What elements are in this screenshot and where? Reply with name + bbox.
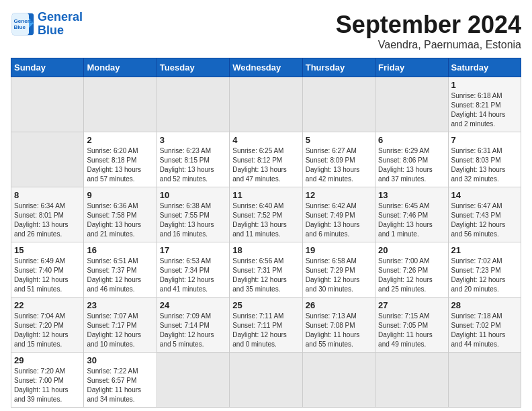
day-info: Sunrise: 6:47 AMSunset: 7:43 PMDaylight:… <box>451 201 518 239</box>
day-number: 10 <box>160 190 226 200</box>
calendar-week-row: 29Sunrise: 7:20 AMSunset: 7:00 PMDayligh… <box>11 353 521 408</box>
day-number: 11 <box>232 190 299 200</box>
calendar-cell <box>302 77 375 132</box>
day-info: Sunrise: 7:04 AMSunset: 7:20 PMDaylight:… <box>14 312 81 349</box>
calendar-cell <box>84 77 157 132</box>
day-info: Sunrise: 6:42 AMSunset: 7:49 PMDaylight:… <box>306 201 372 239</box>
day-info: Sunrise: 6:25 AMSunset: 8:12 PMDaylight:… <box>232 146 299 184</box>
calendar-cell: 30Sunrise: 7:22 AMSunset: 6:57 PMDayligh… <box>84 353 157 408</box>
day-info: Sunrise: 6:31 AMSunset: 8:03 PMDaylight:… <box>451 146 518 184</box>
calendar-cell: 21Sunrise: 7:02 AMSunset: 7:23 PMDayligh… <box>448 242 521 298</box>
calendar-cell: 23Sunrise: 7:07 AMSunset: 7:17 PMDayligh… <box>84 298 157 353</box>
calendar-cell <box>230 77 302 132</box>
calendar-cell: 28Sunrise: 7:18 AMSunset: 7:02 PMDayligh… <box>448 298 521 353</box>
day-number: 9 <box>87 190 153 200</box>
calendar-cell: 2Sunrise: 6:20 AMSunset: 8:18 PMDaylight… <box>84 132 157 187</box>
day-info: Sunrise: 6:27 AMSunset: 8:09 PMDaylight:… <box>306 146 372 184</box>
calendar-cell: 12Sunrise: 6:42 AMSunset: 7:49 PMDayligh… <box>302 187 375 242</box>
day-number: 16 <box>87 245 153 255</box>
day-number: 7 <box>451 135 518 145</box>
calendar-week-row: 22Sunrise: 7:04 AMSunset: 7:20 PMDayligh… <box>11 298 521 353</box>
calendar-header-row: Sunday Monday Tuesday Wednesday Thursday… <box>11 58 521 77</box>
calendar-table: Sunday Monday Tuesday Wednesday Thursday… <box>11 58 521 408</box>
day-info: Sunrise: 7:22 AMSunset: 6:57 PMDaylight:… <box>87 367 153 404</box>
day-info: Sunrise: 6:45 AMSunset: 7:46 PMDaylight:… <box>378 201 445 239</box>
calendar-week-row: 8Sunrise: 6:34 AMSunset: 8:01 PMDaylight… <box>11 187 521 242</box>
day-info: Sunrise: 7:13 AMSunset: 7:08 PMDaylight:… <box>306 312 372 349</box>
calendar-cell: 9Sunrise: 6:36 AMSunset: 7:58 PMDaylight… <box>84 187 157 242</box>
day-info: Sunrise: 6:18 AMSunset: 8:21 PMDaylight:… <box>451 91 518 129</box>
calendar-cell: 15Sunrise: 6:49 AMSunset: 7:40 PMDayligh… <box>11 242 84 298</box>
month-title: September 2024 <box>336 11 521 39</box>
day-info: Sunrise: 7:15 AMSunset: 7:05 PMDaylight:… <box>378 312 445 349</box>
header-tuesday: Tuesday <box>157 58 229 77</box>
calendar-cell <box>157 77 229 132</box>
calendar-cell: 13Sunrise: 6:45 AMSunset: 7:46 PMDayligh… <box>375 187 448 242</box>
calendar-cell: 11Sunrise: 6:40 AMSunset: 7:52 PMDayligh… <box>230 187 302 242</box>
day-number: 8 <box>14 190 81 200</box>
logo: General Blue General Blue <box>11 11 83 38</box>
calendar-cell: 17Sunrise: 6:53 AMSunset: 7:34 PMDayligh… <box>157 242 229 298</box>
day-number: 19 <box>306 245 372 255</box>
day-info: Sunrise: 7:02 AMSunset: 7:23 PMDaylight:… <box>451 257 518 294</box>
day-number: 17 <box>160 245 226 255</box>
header-thursday: Thursday <box>302 58 375 77</box>
day-number: 30 <box>87 355 153 365</box>
day-info: Sunrise: 6:36 AMSunset: 7:58 PMDaylight:… <box>87 201 153 239</box>
day-number: 13 <box>378 190 445 200</box>
day-number: 26 <box>306 300 372 310</box>
day-number: 15 <box>14 245 81 255</box>
day-number: 2 <box>87 135 153 145</box>
header-saturday: Saturday <box>448 58 521 77</box>
calendar-week-row: 2Sunrise: 6:20 AMSunset: 8:18 PMDaylight… <box>11 132 521 187</box>
calendar-cell: 29Sunrise: 7:20 AMSunset: 7:00 PMDayligh… <box>11 353 84 408</box>
calendar-cell <box>11 132 84 187</box>
day-info: Sunrise: 7:11 AMSunset: 7:11 PMDaylight:… <box>232 312 299 349</box>
day-info: Sunrise: 7:18 AMSunset: 7:02 PMDaylight:… <box>451 312 518 349</box>
day-number: 3 <box>160 135 226 145</box>
calendar-cell <box>375 353 448 408</box>
day-info: Sunrise: 6:29 AMSunset: 8:06 PMDaylight:… <box>378 146 445 184</box>
day-number: 18 <box>232 245 299 255</box>
day-info: Sunrise: 6:51 AMSunset: 7:37 PMDaylight:… <box>87 257 153 294</box>
calendar-cell: 25Sunrise: 7:11 AMSunset: 7:11 PMDayligh… <box>230 298 302 353</box>
day-number: 29 <box>14 355 81 365</box>
calendar-cell: 1Sunrise: 6:18 AMSunset: 8:21 PMDaylight… <box>448 77 521 132</box>
calendar-cell: 18Sunrise: 6:56 AMSunset: 7:31 PMDayligh… <box>230 242 302 298</box>
logo-text: General Blue <box>38 11 83 38</box>
header-wednesday: Wednesday <box>230 58 302 77</box>
calendar-cell: 16Sunrise: 6:51 AMSunset: 7:37 PMDayligh… <box>84 242 157 298</box>
day-number: 24 <box>160 300 226 310</box>
day-number: 14 <box>451 190 518 200</box>
calendar-cell <box>302 353 375 408</box>
day-number: 12 <box>306 190 372 200</box>
day-number: 25 <box>232 300 299 310</box>
day-number: 6 <box>378 135 445 145</box>
calendar-week-row: 15Sunrise: 6:49 AMSunset: 7:40 PMDayligh… <box>11 242 521 298</box>
calendar-cell: 22Sunrise: 7:04 AMSunset: 7:20 PMDayligh… <box>11 298 84 353</box>
day-number: 28 <box>451 300 518 310</box>
calendar-week-row: 1Sunrise: 6:18 AMSunset: 8:21 PMDaylight… <box>11 77 521 132</box>
title-block: September 2024 Vaendra, Paernumaa, Eston… <box>336 11 521 51</box>
day-number: 27 <box>378 300 445 310</box>
calendar-cell <box>375 77 448 132</box>
logo-icon: General Blue <box>11 12 35 36</box>
day-info: Sunrise: 6:53 AMSunset: 7:34 PMDaylight:… <box>160 257 226 294</box>
calendar-cell: 24Sunrise: 7:09 AMSunset: 7:14 PMDayligh… <box>157 298 229 353</box>
calendar-cell: 4Sunrise: 6:25 AMSunset: 8:12 PMDaylight… <box>230 132 302 187</box>
calendar-cell <box>157 353 229 408</box>
calendar-cell: 19Sunrise: 6:58 AMSunset: 7:29 PMDayligh… <box>302 242 375 298</box>
day-number: 21 <box>451 245 518 255</box>
day-info: Sunrise: 6:20 AMSunset: 8:18 PMDaylight:… <box>87 146 153 184</box>
day-number: 1 <box>451 80 518 90</box>
calendar-cell: 3Sunrise: 6:23 AMSunset: 8:15 PMDaylight… <box>157 132 229 187</box>
day-info: Sunrise: 6:49 AMSunset: 7:40 PMDaylight:… <box>14 257 81 294</box>
page-container: General Blue General Blue September 2024… <box>0 0 532 411</box>
header-sunday: Sunday <box>11 58 84 77</box>
calendar-cell: 10Sunrise: 6:38 AMSunset: 7:55 PMDayligh… <box>157 187 229 242</box>
calendar-cell: 7Sunrise: 6:31 AMSunset: 8:03 PMDaylight… <box>448 132 521 187</box>
location-subtitle: Vaendra, Paernumaa, Estonia <box>336 39 521 51</box>
day-number: 23 <box>87 300 153 310</box>
day-info: Sunrise: 7:00 AMSunset: 7:26 PMDaylight:… <box>378 257 445 294</box>
page-header: General Blue General Blue September 2024… <box>11 11 521 51</box>
